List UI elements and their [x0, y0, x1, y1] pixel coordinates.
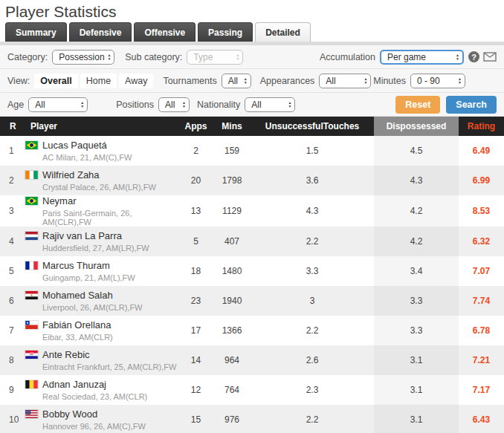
cell-ut: 1.5 — [251, 136, 374, 166]
cell-apps: 14 — [178, 345, 213, 375]
age-select[interactable]: All — [28, 97, 88, 112]
cell-ut: 2.3 — [251, 375, 374, 405]
cell-r: 3 — [0, 195, 25, 227]
view-button-overall[interactable]: Overall — [34, 74, 77, 88]
table-row: 7Fabián OrellanaEibar, 33, AM(CLR)171366… — [0, 316, 504, 345]
cell-mins: 1798 — [213, 166, 251, 195]
cell-apps: 12 — [178, 375, 213, 405]
select-arrows-icon — [456, 53, 459, 61]
cell-disp: 3.1 — [374, 405, 459, 433]
table-row: 6Mohamed SalahLiverpool, 26, AM(CLR),FW2… — [0, 286, 504, 316]
cell-player: Lucas PaquetáAC Milan, 21, AM(C),FW — [25, 136, 178, 166]
table-row: 3NeymarParis Saint-Germain, 26, AM(CLR),… — [0, 195, 504, 227]
filter-row-category: Category: Possession Sub category: Type … — [0, 45, 504, 69]
cell-rating: 6.99 — [459, 166, 504, 195]
player-name-link[interactable]: Marcus Thuram — [42, 260, 110, 271]
select-arrows-icon — [458, 77, 462, 85]
cell-r: 7 — [0, 316, 25, 345]
subcategory-select[interactable]: Type — [187, 50, 243, 65]
column-header-apps[interactable]: Apps — [178, 117, 213, 136]
cell-mins: 1129 — [213, 195, 251, 227]
player-meta: AC Milan, 21, AM(C),FW — [42, 153, 178, 162]
cell-ut: 2.2 — [251, 405, 374, 433]
united-states-flag-icon — [25, 410, 38, 418]
column-header-unsuccessfultouches[interactable]: UnsuccessfulTouches — [251, 117, 374, 136]
tab-summary[interactable]: Summary — [5, 22, 67, 42]
filter-panel: Category: Possession Sub category: Type … — [0, 45, 504, 117]
accumulation-label: Accumulation — [320, 52, 375, 62]
envelope-icon[interactable] — [483, 52, 497, 62]
cell-apps: 18 — [178, 256, 213, 286]
minutes-select[interactable]: 0 - 90 — [410, 74, 465, 88]
player-meta: Eintracht Frankfurt, 25, AM(CLR),FW — [42, 362, 178, 371]
cell-r: 10 — [0, 405, 25, 433]
tournaments-select[interactable]: All — [222, 74, 251, 88]
cell-mins: 1480 — [213, 256, 251, 286]
cell-apps: 5 — [178, 227, 213, 256]
table-row: 5Marcus ThuramGuingamp, 21, AM(L),FW1814… — [0, 256, 504, 286]
nationality-label: Nationality — [197, 100, 240, 110]
player-name-link[interactable]: Neymar — [42, 195, 77, 206]
column-header-dispossessed[interactable]: Dispossessed — [374, 117, 459, 136]
category-select[interactable]: Possession — [52, 50, 114, 65]
column-header-rating[interactable]: Rating — [459, 117, 504, 136]
egypt-flag-icon — [25, 291, 38, 299]
view-button-home[interactable]: Home — [80, 74, 117, 88]
brazil-flag-icon — [25, 141, 38, 149]
cell-mins: 976 — [213, 405, 251, 433]
help-icon[interactable]: ? — [468, 51, 479, 62]
player-name-link[interactable]: Rajiv van La Parra — [42, 230, 122, 241]
select-arrows-icon — [244, 77, 248, 85]
table-header-row: RPlayerAppsMinsUnsuccessfulTouchesDispos… — [0, 117, 504, 136]
accumulation-select[interactable]: Per game — [380, 50, 464, 65]
tab-defensive[interactable]: Defensive — [69, 22, 132, 42]
nationality-select[interactable]: All — [245, 97, 295, 112]
cell-mins: 407 — [213, 227, 251, 256]
appearances-select[interactable]: All — [319, 74, 371, 88]
cell-mins: 1366 — [213, 316, 251, 345]
player-meta: Guingamp, 21, AM(L),FW — [42, 273, 178, 282]
cell-player: Marcus ThuramGuingamp, 21, AM(L),FW — [25, 256, 178, 286]
player-name-link[interactable]: Wilfried Zaha — [42, 169, 100, 180]
table-row: 1Lucas PaquetáAC Milan, 21, AM(C),FW2159… — [0, 136, 504, 166]
player-name-link[interactable]: Fabián Orellana — [42, 319, 112, 331]
subcategory-label: Sub category: — [125, 52, 182, 62]
ivory-coast-flag-icon — [25, 171, 38, 179]
player-name-link[interactable]: Ante Rebic — [42, 349, 90, 360]
cell-apps: 20 — [178, 166, 213, 195]
player-name-link[interactable]: Mohamed Salah — [42, 290, 113, 301]
view-button-away[interactable]: Away — [119, 74, 153, 88]
cell-apps: 15 — [178, 405, 213, 433]
player-name-link[interactable]: Bobby Wood — [42, 408, 97, 420]
player-name-link[interactable]: Adnan Januzaj — [42, 379, 106, 390]
search-button[interactable]: Search — [446, 96, 497, 114]
cell-ut: 2.2 — [251, 227, 374, 256]
cell-r: 8 — [0, 345, 25, 375]
cell-player: Bobby WoodHannover 96, 26, AM(C),FW — [25, 405, 178, 433]
column-header-r[interactable]: R — [0, 117, 25, 136]
player-name-link[interactable]: Lucas Paquetá — [42, 140, 107, 151]
select-arrows-icon — [182, 101, 186, 108]
brazil-flag-icon — [25, 197, 38, 205]
cell-disp: 3.3 — [374, 286, 459, 316]
column-header-player[interactable]: Player — [25, 117, 178, 136]
cell-r: 1 — [0, 136, 25, 166]
column-header-mins[interactable]: Mins — [213, 117, 251, 136]
age-label: Age — [7, 100, 24, 110]
tab-offensive[interactable]: Offensive — [134, 22, 196, 42]
cell-ut: 3.6 — [251, 166, 374, 195]
cell-disp: 4.2 — [374, 195, 459, 227]
tab-detailed[interactable]: Detailed — [255, 22, 311, 42]
cell-mins: 159 — [213, 136, 251, 166]
cell-mins: 1940 — [213, 286, 251, 316]
croatia-flag-icon — [25, 351, 38, 359]
reset-button[interactable]: Reset — [395, 96, 440, 114]
cell-r: 4 — [0, 227, 25, 256]
cell-player: Mohamed SalahLiverpool, 26, AM(CLR),FW — [25, 286, 178, 316]
cell-r: 5 — [0, 256, 25, 286]
page-title: Player Statistics — [0, 0, 504, 22]
cell-apps: 13 — [178, 195, 213, 227]
cell-rating: 7.74 — [459, 286, 504, 316]
positions-select[interactable]: All — [158, 97, 190, 112]
tab-passing[interactable]: Passing — [198, 22, 253, 42]
